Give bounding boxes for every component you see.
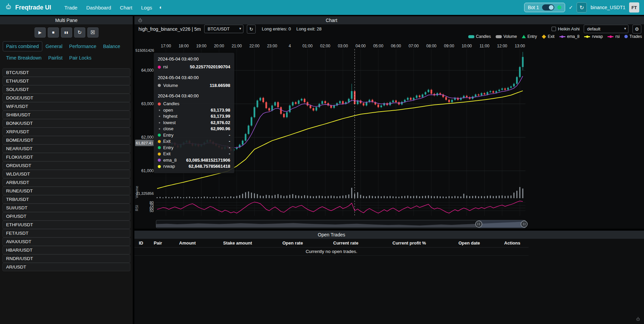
svg-text:08:00: 08:00 — [426, 44, 436, 48]
column-header-id: ID — [139, 240, 143, 246]
tab-pairlist[interactable]: Pairlist — [45, 53, 66, 63]
pair-item[interactable]: XRP/USDT — [2, 128, 130, 136]
legend-item-candles[interactable]: Candles — [468, 34, 491, 39]
pair-item[interactable]: WLD/USDT — [2, 170, 130, 178]
pair-item[interactable]: HBAR/USDT — [2, 246, 130, 254]
theme-toggle-icon[interactable]: ◐ — [159, 4, 163, 10]
svg-text:03:00: 03:00 — [338, 44, 348, 48]
series-dot-icon — [158, 140, 161, 143]
open-trades-header: Open Trades — [134, 231, 644, 239]
pair-item[interactable]: OP/USDT — [2, 212, 130, 221]
bot-name: Bot 1 — [528, 5, 539, 10]
trades-table-header: IDPairAmountStake amountOpen rateCurrent… — [134, 239, 529, 248]
svg-text:05:00: 05:00 — [373, 44, 383, 48]
tooltip-value: - — [224, 145, 230, 151]
play-button[interactable]: ▶ — [35, 27, 46, 38]
navbar-links: TradeDashboardChartLogs — [60, 5, 156, 10]
pair-item[interactable]: AR/USDT — [2, 263, 130, 271]
bullet-icon — [159, 128, 160, 130]
pair-item[interactable]: NEAR/USDT — [2, 144, 130, 153]
pair-item[interactable]: SHIB/USDT — [2, 111, 130, 119]
tooltip-label: ema_8 — [163, 157, 177, 164]
chart-panel-title: Chart — [134, 16, 529, 24]
tooltip-label: open — [163, 107, 173, 114]
tooltip-row: lowest62,976.02 — [158, 120, 230, 126]
legend-item-ema-8[interactable]: ema_8 — [559, 34, 580, 39]
chart-toolbar: high_frog_binance_v226 | 5m BTC/USDT ▾ ↻… — [134, 24, 644, 33]
chevron-down-icon: ▾ — [239, 26, 241, 31]
chart-panel: Chart high_frog_binance_v226 | 5m BTC/US… — [134, 16, 644, 229]
tooltip-value: - — [224, 138, 230, 145]
tab-pair-locks[interactable]: Pair Locks — [66, 53, 95, 63]
pair-item[interactable]: AVAX/USDT — [2, 237, 130, 246]
pair-item[interactable]: WIF/USDT — [2, 102, 130, 111]
pair-item[interactable]: DOGE/USDT — [2, 94, 130, 102]
tooltip-row: highest63,173.99 — [158, 113, 230, 120]
heikin-ashi-checkbox[interactable] — [552, 27, 556, 31]
legend-item-rvwap[interactable]: rvwap — [584, 34, 603, 39]
home-link[interactable]: Freqtrade UI — [5, 3, 51, 12]
svg-text:23:00: 23:00 — [267, 44, 277, 48]
pair-item[interactable]: BONK/USDT — [2, 119, 130, 128]
content: Multi Pane ▶■▮▮↻☒ Pairs combinedGeneralP… — [0, 15, 644, 324]
pair-item[interactable]: FET/USDT — [2, 229, 130, 237]
legend-item-exit[interactable]: Exit — [542, 34, 555, 39]
pair-item[interactable]: SOL/USDT — [2, 85, 130, 94]
pair-select[interactable]: BTC/USDT ▾ — [204, 25, 243, 33]
refresh-button[interactable]: ↻ — [74, 27, 85, 38]
pair-item[interactable]: ETHFI/USDT — [2, 221, 130, 229]
tooltip-value: 63,085.948152171906 — [181, 157, 230, 164]
pair-item[interactable]: BOME/USDT — [2, 136, 130, 144]
tooltip-value: 50.22577020190704 — [185, 64, 230, 70]
refresh-chart-button[interactable]: ↻ — [247, 25, 256, 33]
nav-link-logs[interactable]: Logs — [141, 5, 152, 10]
tooltip-label: highest — [163, 113, 177, 120]
tab-time-breakdown[interactable]: Time Breakdown — [3, 53, 45, 63]
pair-item[interactable]: FLOKI/USDT — [2, 153, 130, 161]
bot-toggle[interactable] — [542, 4, 554, 10]
nav-link-chart[interactable]: Chart — [120, 5, 132, 10]
legend-circle-marker — [624, 35, 628, 38]
series-dot-icon — [158, 134, 161, 137]
pair-item[interactable]: SUI/USDT — [2, 204, 130, 212]
tooltip-label: rvwap — [163, 163, 175, 170]
legend-item-trades[interactable]: Trades — [624, 34, 642, 39]
nav-link-trade[interactable]: Trade — [64, 5, 78, 10]
bot-selector[interactable]: Bot 1 — [524, 3, 565, 12]
plot-config-select[interactable]: default ▾ — [584, 25, 628, 33]
refresh-bot-button[interactable]: ↻ — [577, 2, 587, 13]
scroll-to-bot-icon[interactable] — [636, 317, 641, 323]
svg-text:13:00: 13:00 — [515, 44, 525, 48]
pair-item[interactable]: RNDR/USDT — [2, 254, 130, 263]
navbar-right: Bot 1 ✓ ↻ binance_USDT1 FT — [524, 2, 639, 13]
pair-item[interactable]: TRB/USDT — [2, 195, 130, 204]
tooltip-row: Volume118.66598 — [158, 83, 230, 89]
column-header-stake-amount: Stake amount — [223, 240, 252, 246]
legend-item-volume[interactable]: Volume — [496, 34, 517, 39]
svg-text:11:00: 11:00 — [479, 44, 489, 48]
long-entries-label: Long entries: 0 — [262, 26, 291, 31]
pair-item[interactable]: ORDI/USDT — [2, 161, 130, 170]
pair-item[interactable]: ARB/USDT — [2, 178, 130, 187]
chevron-down-icon: ▾ — [624, 26, 626, 31]
column-header-current-rate: Current rate — [333, 240, 358, 246]
user-avatar[interactable]: FT — [629, 2, 639, 13]
pair-item[interactable]: RUNE/USDT — [2, 187, 130, 195]
tab-pairs-combined[interactable]: Pairs combined — [3, 41, 42, 51]
svg-text:64,000: 64,000 — [141, 68, 154, 73]
plot-settings-gear-icon[interactable]: ⚙ — [632, 25, 641, 33]
legend-item-rsi[interactable]: rsi — [607, 34, 620, 39]
tab-performance[interactable]: Performance — [66, 41, 100, 51]
nav-link-dashboard[interactable]: Dashboard — [86, 5, 111, 10]
pair-item[interactable]: BTC/USDT — [2, 68, 130, 77]
tab-general[interactable]: General — [42, 41, 66, 51]
svg-text:63,000: 63,000 — [141, 101, 154, 106]
pause-button[interactable]: ▮▮ — [61, 27, 72, 38]
clear-chart-button[interactable]: ☒ — [87, 27, 99, 38]
tab-balance[interactable]: Balance — [100, 41, 124, 51]
pair-item[interactable]: ETH/USDT — [2, 77, 130, 85]
series-dot-icon — [158, 146, 161, 149]
main-area: Chart high_frog_binance_v226 | 5m BTC/US… — [134, 16, 644, 324]
legend-item-entry[interactable]: Entry — [522, 34, 537, 39]
stop-button[interactable]: ■ — [48, 27, 59, 38]
